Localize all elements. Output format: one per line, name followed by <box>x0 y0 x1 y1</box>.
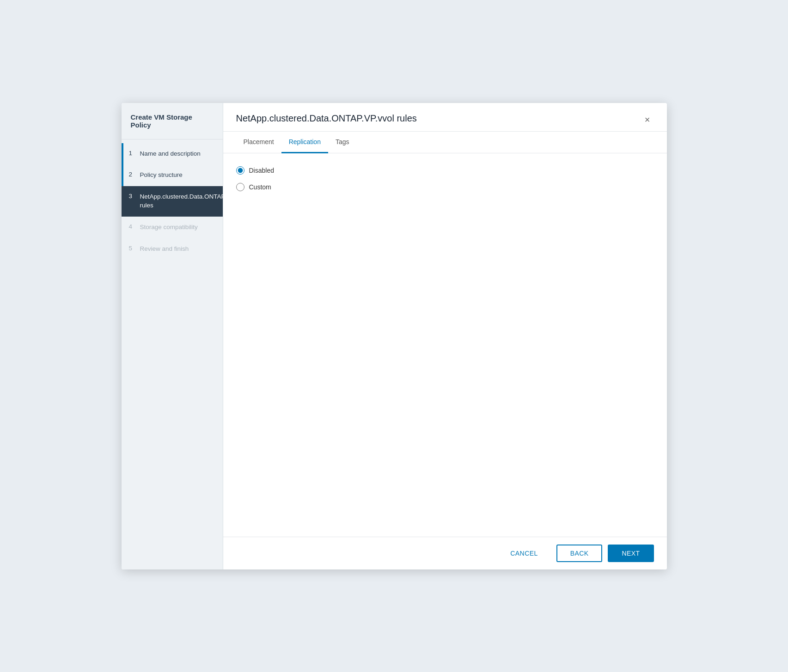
step-3-label: NetApp.clustered.Data.ONTAP.VP.vvol rule… <box>140 193 247 210</box>
back-button[interactable]: BACK <box>556 545 603 562</box>
close-button[interactable]: × <box>641 113 654 127</box>
tab-bar: Placement Replication Tags <box>223 132 667 153</box>
tab-placement[interactable]: Placement <box>236 132 281 153</box>
step-2-number: 2 <box>129 171 135 178</box>
sidebar: Create VM Storage Policy 1 Name and desc… <box>122 103 223 569</box>
sidebar-step-5: 5 Review and finish <box>122 238 223 260</box>
tab-tags[interactable]: Tags <box>328 132 357 153</box>
replication-custom-option[interactable]: Custom <box>236 183 654 191</box>
sidebar-step-1[interactable]: 1 Name and description <box>122 143 223 165</box>
main-content: NetApp.clustered.Data.ONTAP.VP.vvol rule… <box>223 103 667 569</box>
sidebar-title: Create VM Storage Policy <box>122 103 223 139</box>
step-2-label: Policy structure <box>140 171 183 180</box>
sidebar-steps: 1 Name and description 2 Policy structur… <box>122 139 223 260</box>
cancel-button[interactable]: CANCEL <box>497 545 550 561</box>
next-button[interactable]: NEXT <box>608 545 654 562</box>
step-1-number: 1 <box>129 150 135 157</box>
tab-content-replication: Disabled Custom <box>223 153 667 537</box>
replication-disabled-radio[interactable] <box>236 166 244 175</box>
replication-custom-radio[interactable] <box>236 183 244 191</box>
step-4-label: Storage compatibility <box>140 223 198 232</box>
replication-options: Disabled Custom <box>236 166 654 191</box>
sidebar-step-2[interactable]: 2 Policy structure <box>122 164 223 186</box>
dialog-footer: CANCEL BACK NEXT <box>223 537 667 569</box>
sidebar-step-3[interactable]: 3 NetApp.clustered.Data.ONTAP.VP.vvol ru… <box>122 186 223 217</box>
create-vm-storage-policy-dialog: Create VM Storage Policy 1 Name and desc… <box>122 103 667 569</box>
tab-replication[interactable]: Replication <box>281 132 328 153</box>
step-5-number: 5 <box>129 245 135 252</box>
replication-custom-label: Custom <box>249 183 271 191</box>
replication-disabled-label: Disabled <box>249 167 274 174</box>
sidebar-step-4: 4 Storage compatibility <box>122 217 223 238</box>
dialog-title: NetApp.clustered.Data.ONTAP.VP.vvol rule… <box>236 113 417 131</box>
step-3-number: 3 <box>129 193 135 200</box>
step-1-label: Name and description <box>140 150 201 158</box>
step-4-number: 4 <box>129 223 135 230</box>
replication-disabled-option[interactable]: Disabled <box>236 166 654 175</box>
step-5-label: Review and finish <box>140 245 189 254</box>
step-2-indicator <box>122 164 123 186</box>
step-1-indicator <box>122 143 123 165</box>
main-header: NetApp.clustered.Data.ONTAP.VP.vvol rule… <box>223 103 667 132</box>
